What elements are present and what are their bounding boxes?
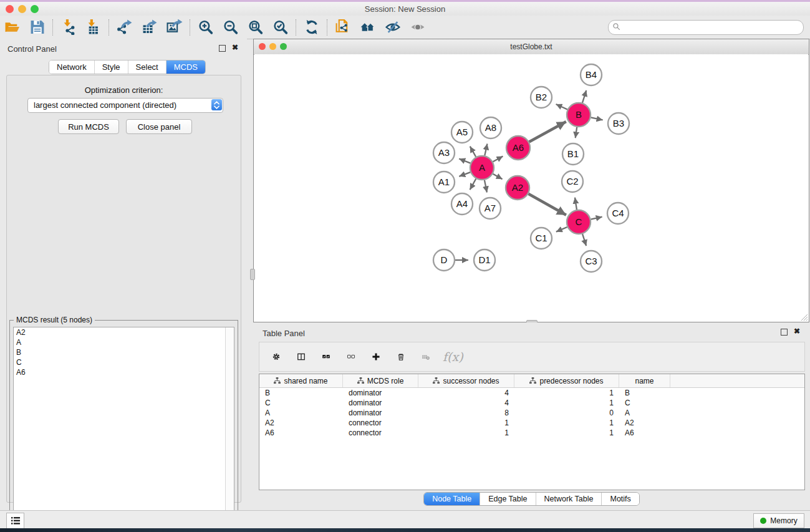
tab-network[interactable]: Network (49, 60, 94, 74)
clone-network-button[interactable] (330, 17, 355, 37)
graph-node-A4[interactable]: A4 (451, 193, 473, 215)
close-panel-button[interactable]: Close panel (126, 119, 192, 134)
zoom-out-button[interactable] (218, 17, 243, 37)
column-header-name[interactable]: name (619, 374, 670, 387)
edge-C-C1[interactable] (556, 227, 567, 232)
graph-node-B2[interactable]: B2 (531, 87, 552, 108)
mcds-result-item[interactable]: A6 (14, 367, 234, 377)
graph-node-B4[interactable]: B4 (581, 64, 602, 85)
edge-B-B1[interactable] (576, 127, 577, 138)
zoom-fit-button[interactable] (243, 17, 268, 37)
export-image-button[interactable] (162, 17, 187, 37)
float-panel-icon[interactable] (219, 45, 226, 52)
edge-A-A8[interactable] (485, 143, 487, 155)
graph-node-A7[interactable]: A7 (480, 198, 501, 219)
graph-node-C[interactable]: C (567, 210, 591, 234)
table-row[interactable]: A6connector11A6 (259, 428, 804, 438)
graph-node-A8[interactable]: A8 (480, 117, 501, 138)
graph-node-B3[interactable]: B3 (608, 113, 629, 134)
graph-node-A3[interactable]: A3 (433, 142, 455, 163)
network-canvas[interactable]: AA1A2A3A4A5A6A7A8BB1B2B3B4CC1C2C3C4DD1 (254, 54, 808, 321)
import-table-button[interactable] (81, 17, 106, 37)
graph-node-C2[interactable]: C2 (562, 171, 583, 192)
splitter-grip-vertical[interactable] (250, 269, 255, 280)
deselect-all-button[interactable] (343, 349, 359, 365)
edge-A6-B[interactable] (529, 122, 566, 142)
gear-button[interactable] (268, 349, 284, 365)
zoom-selected-button[interactable] (268, 17, 293, 37)
edge-A-A7[interactable] (485, 180, 487, 193)
resize-grip-icon[interactable] (799, 312, 808, 321)
search-input[interactable] (608, 20, 804, 35)
tab-select[interactable]: Select (128, 60, 166, 74)
tab-style[interactable]: Style (94, 60, 128, 74)
tab-network-table[interactable]: Network Table (536, 493, 602, 505)
table-row[interactable]: Bdominator41B (259, 388, 804, 398)
table-row[interactable]: Adominator80A (259, 408, 804, 418)
network-window-titlebar[interactable]: testGlobe.txt (254, 39, 809, 55)
import-network-button[interactable] (56, 17, 81, 37)
graph-node-C3[interactable]: C3 (581, 251, 602, 272)
mcds-result-item[interactable]: C (14, 357, 234, 367)
graph-node-A[interactable]: A (470, 156, 494, 180)
edge-C-C4[interactable] (591, 217, 602, 220)
home-view-button[interactable] (355, 17, 380, 37)
graph-node-A2[interactable]: A2 (506, 176, 529, 200)
criterion-dropdown[interactable]: largest connected component (directed) (27, 98, 223, 113)
edge-A-A1[interactable] (459, 172, 470, 177)
edge-C-C3[interactable] (582, 234, 586, 246)
export-network-button[interactable] (112, 17, 137, 37)
edge-A-A5[interactable] (470, 147, 476, 157)
show-hidden-disabled-button[interactable] (405, 17, 430, 37)
column-header-successor-nodes[interactable]: successor nodes (418, 374, 514, 387)
zoom-in-button[interactable] (193, 17, 218, 37)
edge-A-A2[interactable] (493, 174, 502, 180)
column-header-predecessor-nodes[interactable]: predecessor nodes (514, 374, 619, 387)
mcds-result-list[interactable]: A2ABCA6 (13, 327, 234, 532)
export-table-button[interactable] (137, 17, 162, 37)
mcds-result-item[interactable]: B (14, 347, 234, 357)
close-panel-icon[interactable]: ✖ (232, 43, 238, 52)
task-history-button[interactable] (6, 513, 24, 529)
graph-node-A6[interactable]: A6 (506, 136, 530, 160)
refresh-view-button[interactable] (299, 17, 324, 37)
tab-mcds[interactable]: MCDS (166, 60, 205, 74)
graph-node-B1[interactable]: B1 (562, 143, 584, 165)
select-all-button[interactable] (318, 349, 334, 365)
edge-A2-C[interactable] (528, 194, 566, 215)
table-row[interactable]: Cdominator41C (259, 398, 804, 408)
edge-B-B4[interactable] (582, 90, 586, 103)
edge-A-A3[interactable] (459, 159, 470, 163)
run-mcds-button[interactable]: Run MCDS (58, 119, 119, 134)
column-header-MCDS-role[interactable]: MCDS role (343, 374, 418, 387)
close-table-panel-icon[interactable]: ✖ (794, 327, 800, 336)
table-row[interactable]: A2connector11A2 (259, 418, 804, 428)
edge-B-B2[interactable] (556, 104, 567, 110)
graph-node-C4[interactable]: C4 (607, 203, 629, 224)
split-pane-button[interactable] (293, 349, 309, 365)
graph-node-A5[interactable]: A5 (451, 122, 473, 143)
graph-node-A1[interactable]: A1 (433, 172, 455, 193)
edge-C-C2[interactable] (575, 198, 577, 210)
edge-A-A4[interactable] (470, 179, 476, 190)
graph-node-D1[interactable]: D1 (474, 249, 495, 271)
edge-A-A6[interactable] (493, 157, 503, 162)
function-builder-button[interactable]: f(x) (443, 350, 463, 364)
tab-node-table[interactable]: Node Table (424, 493, 480, 505)
edge-B-B3[interactable] (591, 117, 603, 120)
graph-node-B[interactable]: B (567, 103, 591, 127)
add-column-button[interactable] (368, 349, 384, 365)
delete-column-button[interactable] (393, 349, 409, 365)
scrollbar-track[interactable] (225, 327, 234, 531)
graph-node-D[interactable]: D (433, 249, 455, 271)
delete-table-disabled-button[interactable] (418, 349, 434, 365)
mcds-result-item[interactable]: A2 (14, 327, 234, 337)
column-header-shared-name[interactable]: shared name (259, 374, 343, 387)
open-session-button[interactable] (0, 17, 25, 37)
tab-edge-table[interactable]: Edge Table (480, 493, 535, 505)
hide-selected-button[interactable] (380, 17, 405, 37)
save-session-button[interactable] (25, 17, 50, 37)
mcds-result-item[interactable]: A (14, 337, 234, 347)
graph-node-C1[interactable]: C1 (531, 228, 552, 249)
float-table-panel-icon[interactable] (781, 329, 788, 336)
